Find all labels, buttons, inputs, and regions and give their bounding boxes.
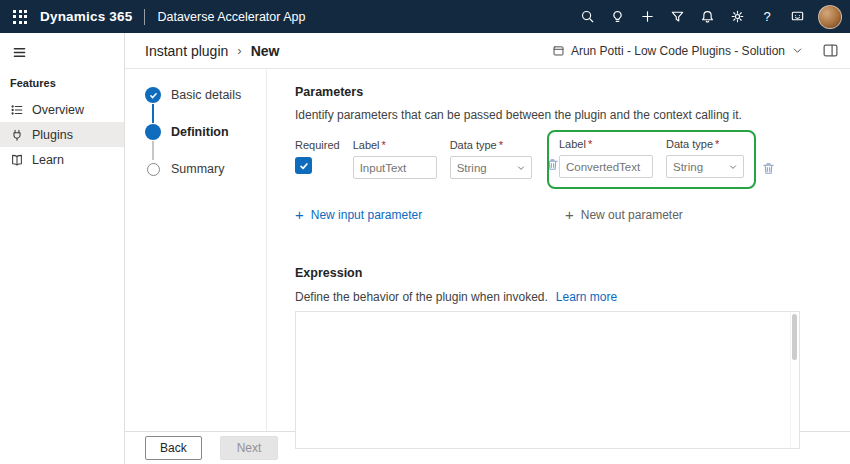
sidebar-item-learn[interactable]: Learn: [0, 147, 124, 172]
step-basic-details[interactable]: Basic details: [145, 87, 241, 103]
book-icon: [10, 153, 24, 167]
add-parameter-links: + New input parameter + New out paramete…: [295, 208, 800, 224]
step-label: Summary: [171, 162, 224, 176]
topbar-actions: ?: [572, 0, 842, 33]
expression-section: Expression Define the behavior of the pl…: [295, 266, 800, 449]
chevron-down-icon: [791, 44, 804, 57]
output-parameter-group: Label* Data type* String: [547, 130, 776, 189]
step-pending-circle-icon: [147, 163, 160, 176]
required-asterisk: *: [382, 139, 386, 151]
output-parameter-label-field[interactable]: [559, 155, 653, 178]
app-launcher-icon[interactable]: [0, 0, 40, 33]
required-checkbox[interactable]: [295, 157, 312, 174]
hamburger-menu-icon[interactable]: [4, 37, 34, 67]
back-button[interactable]: Back: [145, 436, 202, 460]
sidebar-nav: Overview Plugins Learn: [0, 97, 124, 172]
wizard-steps: Basic details Definition Summary: [125, 69, 267, 431]
plus-icon: +: [295, 208, 304, 222]
plus-icon: +: [565, 208, 574, 222]
app-root: Dynamics 365 Dataverse Accelerator App: [0, 0, 850, 464]
environment-label: Arun Potti - Low Code Plugins - Solution: [571, 44, 785, 58]
notes-pane-icon: [822, 42, 839, 59]
step-connector-pending: [152, 141, 154, 160]
output-highlight-box: Label* Data type* String: [547, 130, 756, 189]
app-body: Features Overview Plugins Learn: [0, 33, 850, 464]
environment-selector[interactable]: Arun Potti - Low Code Plugins - Solution: [552, 44, 804, 58]
sidebar-item-label: Learn: [32, 153, 64, 167]
sidebar-item-label: Plugins: [32, 128, 73, 142]
input-datatype-column: Data type* String: [450, 139, 532, 179]
brand-title: Dynamics 365: [40, 9, 132, 24]
page-header: Instant plugin › New Arun Potti - Low Co…: [125, 33, 850, 69]
chevron-down-icon: [516, 163, 526, 173]
user-avatar[interactable]: [818, 5, 842, 29]
plug-icon: [10, 128, 24, 142]
new-input-parameter-label: New input parameter: [311, 208, 422, 222]
help-icon[interactable]: ?: [752, 0, 782, 33]
step-label: Basic details: [171, 88, 241, 102]
main-area: Instant plugin › New Arun Potti - Low Co…: [125, 33, 850, 464]
checkmark-icon: [299, 161, 309, 171]
scrollbar-thumb[interactable]: [792, 314, 797, 360]
side-pane-toggle[interactable]: [818, 39, 842, 61]
datatype-caption: Data type*: [666, 138, 744, 150]
settings-gear-icon[interactable]: [722, 0, 752, 33]
sidebar-item-plugins[interactable]: Plugins: [0, 122, 124, 147]
wizard-body: Basic details Definition Summary Paramet…: [125, 69, 850, 431]
expression-description-row: Define the behavior of the plugin when i…: [295, 290, 800, 304]
step-summary[interactable]: Summary: [145, 161, 224, 177]
app-name: Dataverse Accelerator App: [157, 10, 305, 24]
scrollbar-track: [790, 312, 791, 448]
output-parameter-datatype-dropdown[interactable]: String: [666, 155, 744, 178]
selected-datatype: String: [673, 161, 703, 173]
breadcrumb-instant-plugin[interactable]: Instant plugin: [145, 43, 228, 59]
step-definition[interactable]: Definition: [145, 124, 229, 140]
overview-list-icon: [10, 103, 24, 117]
new-input-parameter-button[interactable]: + New input parameter: [295, 208, 422, 222]
input-label-column: Label*: [353, 139, 437, 179]
required-asterisk: *: [715, 138, 719, 150]
expression-title: Expression: [295, 266, 800, 280]
parameters-title: Parameters: [295, 85, 800, 99]
step-completed-check-icon: [145, 87, 161, 103]
step-connector-completed: [152, 104, 154, 123]
learn-more-link[interactable]: Learn more: [556, 290, 617, 304]
add-icon[interactable]: [632, 0, 662, 33]
expression-description: Define the behavior of the plugin when i…: [295, 290, 548, 304]
definition-content: Parameters Identify parameters that can …: [267, 69, 850, 431]
delete-output-parameter-icon[interactable]: [761, 161, 776, 179]
expression-editor[interactable]: [295, 311, 800, 449]
topbar-left: Dynamics 365 Dataverse Accelerator App: [0, 0, 305, 33]
input-parameter-label-field[interactable]: [353, 156, 437, 179]
parameters-description: Identify parameters that can be passed b…: [295, 108, 800, 122]
sidebar-item-overview[interactable]: Overview: [0, 97, 124, 122]
filter-icon[interactable]: [662, 0, 692, 33]
breadcrumb: Instant plugin › New: [145, 43, 279, 59]
required-asterisk: *: [588, 138, 592, 150]
new-out-parameter-button[interactable]: + New out parameter: [565, 208, 683, 222]
next-button[interactable]: Next: [220, 436, 279, 460]
lightbulb-icon[interactable]: [602, 0, 632, 33]
label-caption: Label*: [559, 138, 653, 150]
top-navigation-bar: Dynamics 365 Dataverse Accelerator App: [0, 0, 850, 33]
notifications-bell-icon[interactable]: [692, 0, 722, 33]
sidebar-item-label: Overview: [32, 103, 84, 117]
selected-datatype: String: [457, 162, 487, 174]
breadcrumb-chevron-icon: ›: [237, 43, 241, 58]
required-column: Required: [295, 139, 340, 174]
datatype-caption: Data type*: [450, 139, 532, 151]
required-asterisk: *: [499, 139, 503, 151]
new-out-parameter-label: New out parameter: [581, 208, 683, 222]
waffle-grid-icon: [13, 10, 27, 24]
help-glyph: ?: [763, 9, 770, 24]
feedback-icon[interactable]: [782, 0, 812, 33]
step-active-dot-icon: [145, 124, 161, 140]
input-parameter-datatype-dropdown[interactable]: String: [450, 156, 532, 179]
solution-box-icon: [552, 44, 565, 57]
sidebar-section-features: Features: [0, 67, 124, 97]
required-label: Required: [295, 139, 340, 151]
step-label: Definition: [171, 125, 229, 139]
search-icon[interactable]: [572, 0, 602, 33]
output-label-column: Label*: [559, 138, 653, 178]
chevron-down-icon: [728, 162, 738, 172]
